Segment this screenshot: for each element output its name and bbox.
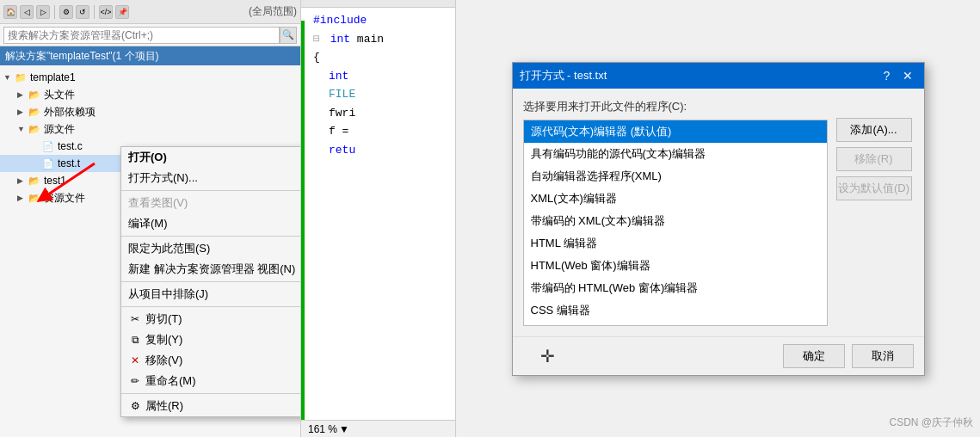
- code-brace: {: [313, 51, 320, 64]
- collapse-icon: ⊟: [313, 33, 320, 46]
- program-item-html[interactable]: HTML 编辑器: [524, 232, 827, 255]
- menu-item-new-view[interactable]: 新建 解决方案资源管理器 视图(N): [121, 259, 301, 280]
- menu-item-edit[interactable]: 编译(M) Ctrl+F7: [121, 213, 301, 234]
- menu-item-remove[interactable]: ✕ 移除(V) Del: [121, 350, 301, 371]
- ok-button[interactable]: 确定: [783, 344, 845, 368]
- menu-item-copy-left: ⧉ 复制(Y): [128, 332, 182, 348]
- main-container: 🏠 ◁ ▷ ⚙ ↺ </> 📌 (全局范围) 🔍: [0, 0, 980, 437]
- menu-item-viewclass-left: 查看类图(V): [128, 195, 188, 211]
- left-panel-inner: 🏠 ◁ ▷ ⚙ ↺ </> 📌 (全局范围) 🔍: [0, 0, 455, 437]
- menu-item-rename-left: ✏ 重命名(M): [128, 373, 196, 389]
- scissors-icon: ✂: [128, 312, 142, 326]
- menu-sep5: [121, 393, 301, 394]
- tree-item-external[interactable]: ▶ 📂 外部依赖项: [0, 103, 300, 120]
- program-item-html-web[interactable]: HTML(Web 窗体)编辑器: [524, 255, 827, 277]
- toolbar-back-btn[interactable]: ◁: [20, 5, 34, 19]
- dialog-left: 选择要用来打开此文件的程序(C): 源代码(文本)编辑器 (默认值) 具有编码功…: [523, 99, 828, 326]
- toolbar-fwd-btn[interactable]: ▷: [36, 5, 50, 19]
- zoom-bar: 161 % ▼: [301, 420, 455, 437]
- search-bar: 🔍: [0, 24, 300, 46]
- toolbar-settings-btn[interactable]: ⚙: [59, 5, 73, 19]
- menu-label-view-class: 查看类图(V): [128, 195, 188, 211]
- remove-button[interactable]: 移除(R): [836, 147, 912, 171]
- menu-item-rename[interactable]: ✏ 重命名(M) F2: [121, 371, 301, 391]
- menu-item-cut-left: ✂ 剪切(T): [128, 311, 182, 327]
- program-label-html-web: HTML(Web 窗体)编辑器: [531, 259, 650, 272]
- tree-arrow-source: ▼: [17, 125, 28, 133]
- search-button[interactable]: 🔍: [280, 27, 297, 44]
- menu-label-scope: 限定为此范围(S): [128, 241, 210, 256]
- menu-label-properties: 属性(R): [145, 398, 183, 414]
- dialog-body: 选择要用来打开此文件的程序(C): 源代码(文本)编辑器 (默认值) 具有编码功…: [513, 89, 924, 336]
- program-item-source[interactable]: 源代码(文本)编辑器 (默认值): [524, 120, 827, 143]
- menu-item-remove-project[interactable]: 从项目中排除(J): [121, 284, 301, 305]
- menu-label-new-view: 新建 解决方案资源管理器 视图(N): [128, 262, 295, 277]
- code-line-fwri: fwri: [308, 104, 455, 123]
- toolbar-pin-btn[interactable]: 📌: [115, 5, 129, 19]
- dialog-window: 打开方式 - test.txt ? ✕ 选择要用来打开此文件的程序(C): 源代…: [512, 62, 925, 376]
- program-item-auto-selector[interactable]: 自动编辑器选择程序(XML): [524, 165, 827, 188]
- svg-line-0: [43, 163, 95, 198]
- red-arrow-annotation: [34, 159, 103, 211]
- menu-item-cut[interactable]: ✂ 剪切(T) Ctrl+X: [121, 309, 301, 329]
- toolbar-code-btn[interactable]: </>: [99, 5, 113, 19]
- code-line-assign: f =: [308, 122, 455, 141]
- add-button[interactable]: 添加(A)...: [836, 118, 912, 142]
- code-int-keyword: int: [330, 33, 350, 46]
- toolbar-refresh-btn[interactable]: ↺: [76, 5, 89, 19]
- program-item-html-web-coded[interactable]: 带编码的 HTML(Web 窗体)编辑器: [524, 277, 827, 299]
- menu-sep3: [121, 281, 301, 282]
- zoom-dropdown-icon[interactable]: ▼: [339, 423, 349, 435]
- tree-arrow-external: ▶: [17, 108, 28, 116]
- menu-label-edit: 编译(M): [128, 216, 168, 231]
- code-line-return: retu: [308, 141, 455, 160]
- menu-label-open: 打开(O): [128, 150, 167, 165]
- tree-item-header[interactable]: ▶ 📂 头文件: [0, 86, 300, 103]
- code-line-file: FILE: [308, 85, 455, 104]
- dialog-close-btn[interactable]: ✕: [898, 67, 917, 84]
- program-label-css: CSS 编辑器: [531, 304, 590, 317]
- menu-item-copy[interactable]: ⧉ 复制(Y) Ctrl+C: [121, 329, 301, 350]
- menu-item-scope[interactable]: 限定为此范围(S): [121, 238, 301, 259]
- toolbar-sep1: [54, 5, 55, 19]
- menu-label-copy: 复制(Y): [145, 332, 182, 348]
- program-label-source: 源代码(文本)编辑器 (默认值): [531, 125, 672, 138]
- menu-item-properties[interactable]: ⚙ 属性(R): [121, 396, 301, 416]
- tree-item-source[interactable]: ▼ 📂 源文件: [0, 120, 300, 138]
- program-label-xml-coded: 带编码的 XML(文本)编辑器: [531, 214, 665, 227]
- dialog-right: 添加(A)... 移除(R) 设为默认值(D): [836, 99, 914, 326]
- code-line-main: ⊟ int main: [308, 30, 455, 49]
- watermark: CSDN @庆子仲秋: [889, 415, 973, 430]
- tree-item-template1[interactable]: ▼ 📁 template1: [0, 69, 300, 86]
- code-line-int: int: [308, 67, 455, 86]
- cancel-button[interactable]: 取消: [852, 344, 914, 368]
- tree-label-testc: test.c: [58, 140, 83, 152]
- search-input[interactable]: [3, 27, 280, 44]
- delete-icon: ✕: [128, 354, 142, 367]
- dialog-help-btn[interactable]: ?: [878, 67, 897, 84]
- menu-item-open[interactable]: 打开(O): [121, 147, 301, 168]
- toolbar-home-btn[interactable]: 🏠: [3, 5, 17, 19]
- tree-arrow-test1: ▶: [17, 176, 28, 185]
- tree-arrow-header: ▶: [17, 90, 28, 99]
- menu-item-open-with[interactable]: 打开方式(N)...: [121, 168, 301, 188]
- program-item-xml-coded[interactable]: 带编码的 XML(文本)编辑器: [524, 210, 827, 232]
- menu-item-view-class[interactable]: 查看类图(V): [121, 193, 301, 213]
- program-item-xml[interactable]: XML(文本)编辑器: [524, 188, 827, 210]
- program-item-notepad[interactable]: 记事本: [524, 322, 827, 326]
- ide-panel: 🏠 ◁ ▷ ⚙ ↺ </> 📌 (全局范围) 🔍: [0, 0, 456, 437]
- code-line-brace: {: [308, 48, 455, 67]
- tree-label-external: 外部依赖项: [44, 105, 96, 120]
- tree-arrow-template1: ▼: [3, 73, 14, 82]
- program-item-source-encoding[interactable]: 具有编码功能的源代码(文本)编辑器: [524, 143, 827, 165]
- program-item-css[interactable]: CSS 编辑器: [524, 299, 827, 322]
- tree-icon-testc: 📄: [41, 139, 55, 153]
- menu-label-open-with: 打开方式(N)...: [128, 170, 198, 186]
- green-bar: [301, 21, 305, 437]
- program-label-source-enc: 具有编码功能的源代码(文本)编辑器: [531, 147, 706, 160]
- set-default-button[interactable]: 设为默认值(D): [836, 176, 912, 200]
- solution-header: 解决方案"templateTest"(1 个项目): [0, 46, 300, 65]
- dialog-panel: 打开方式 - test.txt ? ✕ 选择要用来打开此文件的程序(C): 源代…: [456, 0, 980, 437]
- program-list[interactable]: 源代码(文本)编辑器 (默认值) 具有编码功能的源代码(文本)编辑器 自动编辑器…: [523, 120, 828, 326]
- tree-icon-external: 📂: [28, 105, 41, 119]
